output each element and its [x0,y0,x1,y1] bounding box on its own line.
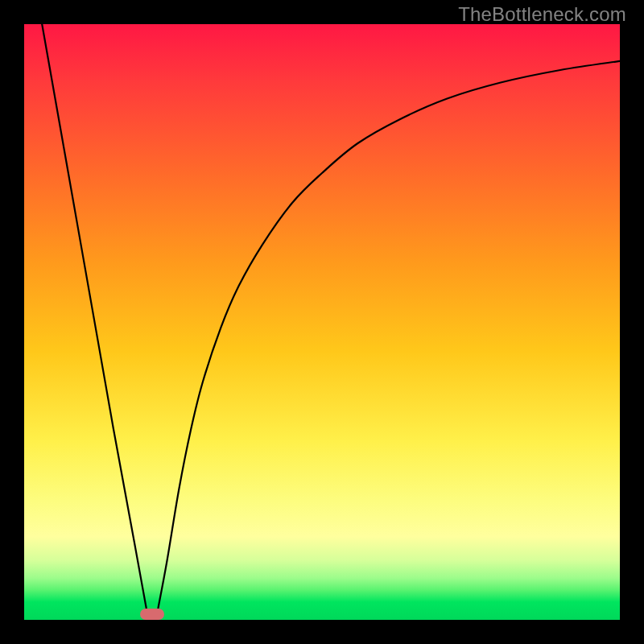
chart-frame: TheBottleneck.com [0,0,644,644]
right-branch-path [159,61,621,608]
left-branch-path [42,24,147,608]
watermark-text: TheBottleneck.com [458,3,626,26]
minimum-marker [140,609,164,620]
plot-area [24,24,620,620]
curve-svg [24,24,620,620]
